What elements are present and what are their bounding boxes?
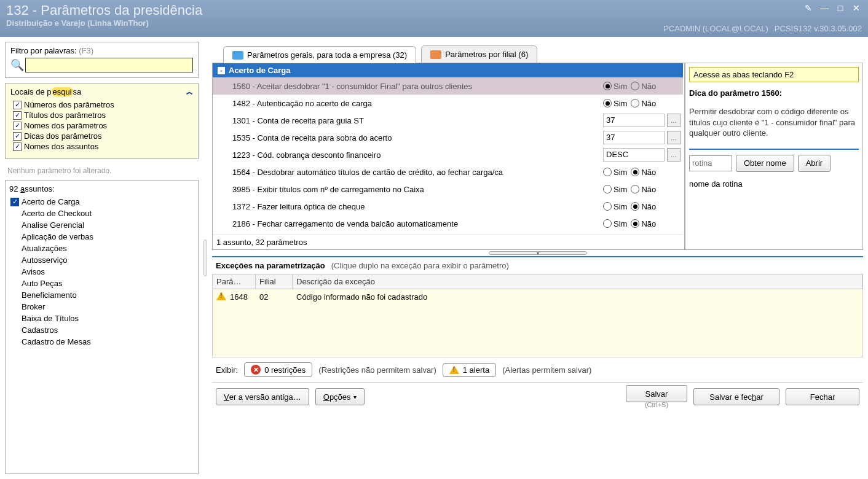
col-filial[interactable]: Filial [256, 275, 293, 289]
parameter-label: 1372 - Fazer leitura óptica de cheque [213, 202, 603, 211]
value-input[interactable]: DESC [603, 148, 665, 162]
info-title: Dica do parâmetro 1560: [689, 88, 859, 98]
checkbox-icon: ✓ [13, 122, 22, 130]
window-minimize-icon[interactable]: — [818, 2, 831, 14]
value-input[interactable]: 37 [603, 131, 665, 144]
parameter-row[interactable]: 1372 - Fazer leitura óptica de chequeSim… [213, 198, 683, 215]
subjects-header: 92 assuntos: [9, 184, 194, 193]
parameter-control: 37… [603, 131, 683, 144]
collapse-group-icon[interactable]: - [218, 67, 225, 74]
parameter-label: 2186 - Fechar carregamento de venda balc… [213, 219, 603, 228]
exceptions-body[interactable]: 164802Código informado não foi cadastrad… [213, 289, 862, 357]
parameter-row[interactable]: 1301 - Conta de receita para guia ST37… [213, 112, 683, 129]
checkbox-icon: ✓ [13, 111, 22, 120]
salvar-fechar-button[interactable]: Salvar e fechar [693, 388, 779, 405]
parameter-row[interactable]: 2186 - Fechar carregamento de venda balc… [213, 215, 683, 232]
group-header[interactable]: - Acerto de Carga [213, 63, 683, 77]
subject-item[interactable]: Analise Gerencial [9, 219, 194, 231]
lookup-button[interactable]: … [667, 148, 681, 162]
subject-item[interactable]: ✓Acerto de Carga [9, 196, 194, 208]
subject-item[interactable]: Baixa de Títulos [9, 313, 194, 324]
radio-yes[interactable]: Sim [603, 185, 627, 194]
radio-no[interactable]: Não [631, 168, 656, 177]
parameter-control: SimNão [603, 202, 683, 211]
subject-item[interactable]: Cadastro de Mesas [9, 336, 194, 348]
tab-branch[interactable]: Parâmetros por filial (6) [421, 45, 537, 63]
subject-item[interactable]: Aplicação de verbas [9, 231, 194, 243]
exceptions-block: Exceções na parametrização (Clique duplo… [212, 256, 863, 382]
subject-item[interactable]: Acerto de Checkout [9, 208, 194, 219]
window-meta-right: PCADMIN (LOCAL@LOCAL) PCSIS132 v.30.3.05… [663, 24, 862, 33]
exibir-label: Exibir: [216, 365, 238, 375]
radio-yes[interactable]: Sim [603, 82, 627, 91]
lookup-button[interactable]: … [667, 131, 681, 144]
checkbox-label: Nomes dos parâmetros [24, 121, 107, 130]
subject-label: Autosserviço [22, 255, 67, 265]
parameter-row[interactable]: 3985 - Exibir títulos com nº de carregam… [213, 181, 683, 198]
radio-no[interactable]: Não [631, 219, 656, 228]
subject-item[interactable]: Autosserviço [9, 254, 194, 266]
collapse-icon[interactable]: ︽ [186, 87, 193, 96]
lookup-button[interactable]: … [667, 114, 681, 127]
parameter-row[interactable]: 1564 - Desdobrar automático títulos de c… [213, 163, 683, 181]
radio-yes[interactable]: Sim [603, 202, 627, 211]
checkbox-icon: ✓ [13, 101, 22, 109]
rotina-name-label: nome da rotina [689, 179, 859, 189]
abrir-button[interactable]: Abrir [798, 155, 831, 172]
radio-no[interactable]: Não [631, 185, 656, 194]
parameter-label: 1301 - Conta de receita para guia ST [213, 116, 603, 125]
parameter-label: 1560 - Aceitar desdobrar "1 - consumidor… [213, 82, 603, 91]
col-param[interactable]: Parâ… [213, 275, 256, 289]
search-location-checkbox[interactable]: ✓Nomes dos assuntos [13, 142, 193, 151]
opcoes-button[interactable]: Opções▾ [315, 388, 365, 405]
rotina-input[interactable] [689, 155, 732, 171]
parameter-rows[interactable]: 1560 - Aceitar desdobrar "1 - consumidor… [213, 77, 683, 235]
value-input[interactable]: 37 [603, 114, 665, 127]
search-location-checkbox[interactable]: ✓Títulos dos parâmetros [13, 111, 193, 120]
obter-nome-button[interactable]: Obter nome [736, 155, 794, 172]
radio-no[interactable]: Não [631, 202, 656, 211]
fechar-button[interactable]: Fechar [786, 388, 859, 405]
subjects-list[interactable]: ✓Acerto de CargaAcerto de CheckoutAnalis… [9, 196, 194, 472]
filter-box: Filtro por palavras: (F3) 🔍 [5, 42, 199, 78]
radio-yes[interactable]: Sim [603, 99, 627, 108]
vertical-splitter[interactable] [202, 42, 208, 474]
subject-item[interactable]: Cadastros [9, 324, 194, 336]
window-close-icon[interactable]: ✕ [850, 2, 863, 14]
subject-item[interactable]: Broker [9, 301, 194, 313]
subject-item[interactable]: Beneficiamento [9, 289, 194, 301]
warning-icon [216, 292, 226, 300]
radio-yes[interactable]: Sim [603, 168, 627, 177]
radio-yes[interactable]: Sim [603, 219, 627, 228]
exc-param: 1648 [230, 292, 259, 302]
search-location-checkbox[interactable]: ✓Nomes dos parâmetros [13, 121, 193, 130]
exception-row[interactable]: 164802Código informado não foi cadastrad… [213, 289, 862, 305]
folder-icon [232, 51, 243, 60]
subject-item[interactable]: Atualizações [9, 243, 194, 254]
ver-versao-antiga-button[interactable]: Ver a versão antiga… [216, 388, 309, 405]
radio-no[interactable]: Não [631, 82, 656, 91]
window-maximize-icon[interactable]: □ [834, 2, 847, 14]
salvar-button[interactable]: Salvar [626, 385, 687, 402]
subject-label: Analise Gerencial [22, 220, 84, 230]
tab-general[interactable]: Parâmetros gerais, para toda a empresa (… [223, 46, 416, 63]
filter-input[interactable] [25, 58, 193, 72]
parameter-row[interactable]: 1535 - Conta de receita para sobra do ac… [213, 129, 683, 146]
parameter-control: SimNão [603, 219, 683, 228]
horizontal-splitter[interactable]: ▾ [212, 250, 863, 256]
alerta-button[interactable]: 1 alerta [443, 363, 496, 377]
radio-no[interactable]: Não [631, 99, 656, 108]
window-edit-icon[interactable]: ✎ [802, 2, 815, 14]
subject-item[interactable]: Auto Peças [9, 278, 194, 289]
parameter-grid: - Acerto de Carga 1560 - Aceitar desdobr… [213, 63, 683, 249]
col-desc[interactable]: Descrição da exceção [293, 275, 862, 289]
search-location-checkbox[interactable]: ✓Números dos parâmetros [13, 100, 193, 109]
parameter-row[interactable]: 1560 - Aceitar desdobrar "1 - consumidor… [213, 77, 683, 95]
parameter-row[interactable]: 1482 - Autenticação no acerto de cargaSi… [213, 95, 683, 112]
search-location-checkbox[interactable]: ✓Dicas dos parâmetros [13, 131, 193, 141]
subject-item[interactable]: Avisos [9, 266, 194, 278]
restricoes-note: (Restrições não permitem salvar) [318, 365, 436, 375]
parameter-row[interactable]: 1223 - Cód. cobrança desconto financeiro… [213, 146, 683, 163]
subject-label: Auto Peças [22, 279, 63, 288]
restricoes-button[interactable]: ✕ 0 restrições [244, 362, 312, 377]
